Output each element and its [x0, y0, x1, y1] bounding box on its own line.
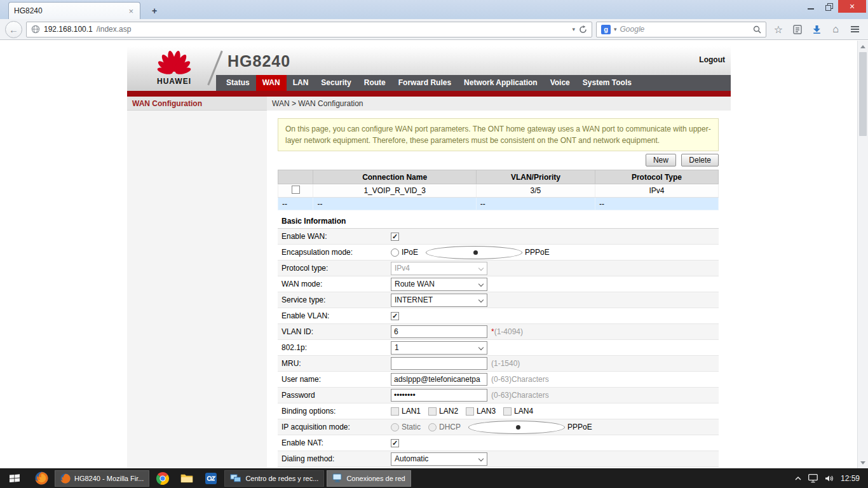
sidebar: WAN Configuration: [127, 97, 267, 468]
scroll-down-button[interactable]: [858, 458, 868, 468]
form-row-username: User name: (0-63)Characters: [278, 372, 719, 388]
close-button[interactable]: ×: [838, 0, 866, 13]
chrome-pinned-icon[interactable]: [151, 468, 175, 488]
start-button[interactable]: [0, 468, 29, 488]
browser-tab[interactable]: HG8240 ×: [8, 2, 140, 19]
protocol-type-value: IPv4: [395, 264, 410, 273]
taskbar-task-firefox[interactable]: HG8240 - Mozilla Fir...: [55, 470, 149, 487]
row-select-checkbox[interactable]: [292, 186, 300, 194]
sidebar-item-wan-configuration[interactable]: WAN Configuration: [127, 97, 267, 111]
header-protocol-type: Protocol Type: [595, 170, 718, 184]
dhcp-label: DHCP: [439, 423, 461, 431]
search-engine-dropdown-icon[interactable]: ▾: [614, 26, 617, 32]
mru-input[interactable]: [391, 357, 487, 370]
tab-route[interactable]: Route: [358, 75, 392, 91]
wan-form: Enable WAN: ✓ Encapsulation mode: IPoE: [278, 229, 719, 467]
tab-voice[interactable]: Voice: [544, 75, 576, 91]
service-type-select[interactable]: INTERNET: [391, 294, 487, 307]
firefox-pinned-icon[interactable]: [29, 468, 53, 488]
mru-hint: (1-1540): [491, 359, 520, 368]
globe-icon: [31, 25, 40, 34]
username-input[interactable]: [391, 373, 487, 386]
field-label: Encapsulation mode:: [278, 248, 391, 257]
taskbar-clock[interactable]: 12:59: [841, 474, 860, 483]
url-bar[interactable]: 192.168.100.1/index.asp ▾: [26, 22, 592, 37]
ip-pppoe-radio[interactable]: [468, 421, 565, 434]
home-icon[interactable]: ⌂: [827, 21, 844, 37]
new-tab-button[interactable]: +: [146, 6, 163, 17]
tab-system-tools[interactable]: System Tools: [576, 75, 638, 91]
scroll-up-button[interactable]: [858, 41, 868, 51]
restore-button[interactable]: [820, 0, 838, 13]
password-hint: (0-63)Characters: [491, 391, 549, 400]
bookmark-star-icon[interactable]: ☆: [770, 21, 787, 37]
enable-nat-checkbox[interactable]: ✓: [391, 439, 399, 447]
browser-viewport: Status WAN LAN Security Route Forward Ru…: [0, 41, 868, 468]
vlan-id-input[interactable]: [391, 325, 487, 338]
main-panel: WAN > WAN Configuration On this page, yo…: [267, 97, 731, 468]
pinned-app-icon[interactable]: [199, 468, 223, 488]
table-row-selected[interactable]: -- -- -- --: [278, 198, 719, 210]
chevron-down-icon: [478, 456, 484, 461]
form-row-encapsulation: Encapsulation mode: IPoE PPPoE: [278, 245, 719, 261]
taskbar: HG8240 - Mozilla Fir...: [0, 468, 868, 488]
tab-close-icon[interactable]: ×: [127, 7, 135, 15]
delete-button[interactable]: Delete: [681, 154, 719, 166]
logout-link[interactable]: Logout: [699, 55, 725, 64]
search-engine-icon[interactable]: g: [601, 25, 611, 34]
tray-volume-icon[interactable]: [825, 475, 834, 482]
enable-wan-checkbox[interactable]: ✓: [391, 233, 399, 241]
task-label: Conexiones de red: [346, 475, 405, 482]
wan-mode-select[interactable]: Route WAN: [391, 278, 487, 291]
ipoe-radio[interactable]: [391, 248, 399, 257]
form-row-enable-wan: Enable WAN: ✓: [278, 229, 719, 245]
tray-network-icon[interactable]: [808, 474, 818, 483]
tab-network-application[interactable]: Network Application: [458, 75, 544, 91]
cell-protocol-type: --: [595, 198, 718, 210]
tab-wan[interactable]: WAN: [256, 75, 287, 91]
section-title: Basic Information: [278, 214, 719, 229]
tab-security[interactable]: Security: [315, 75, 357, 91]
tab-forward-rules[interactable]: Forward Rules: [392, 75, 458, 91]
8021p-select[interactable]: 1: [391, 341, 487, 355]
file-explorer-pinned-icon[interactable]: [175, 468, 199, 488]
firefox-icon: [60, 473, 71, 484]
header-vlan-priority: VLAN/Priority: [476, 170, 595, 184]
enable-vlan-checkbox[interactable]: ✓: [391, 312, 399, 320]
taskbar-task-network-connections[interactable]: Conexiones de red: [327, 470, 410, 487]
password-input[interactable]: [391, 389, 487, 402]
8021p-value: 1: [395, 343, 399, 352]
field-label: Dialing method:: [278, 454, 391, 463]
new-button[interactable]: New: [646, 154, 676, 166]
username-hint: (0-63)Characters: [491, 375, 549, 384]
check-mark: ✓: [392, 440, 398, 447]
tab-lan[interactable]: LAN: [287, 75, 315, 91]
tray-chevron-up-icon[interactable]: [795, 476, 801, 481]
taskbar-task-network-center[interactable]: Centro de redes y rec...: [224, 470, 324, 487]
window-controls: ×: [801, 0, 866, 13]
back-button[interactable]: ←: [5, 21, 22, 38]
reload-icon[interactable]: [579, 25, 587, 34]
scrollbar[interactable]: [857, 41, 868, 468]
tab-status[interactable]: Status: [220, 75, 256, 91]
menu-icon[interactable]: [846, 21, 863, 37]
chevron-down-icon: [478, 297, 484, 302]
lan1-checkbox: [391, 407, 399, 416]
search-input[interactable]: g ▾ Google: [596, 22, 766, 37]
lan4-checkbox: [503, 407, 512, 416]
minimize-button[interactable]: [801, 0, 820, 13]
static-radio: [391, 423, 399, 431]
chevron-down-icon: [478, 344, 484, 349]
static-label: Static: [402, 423, 421, 431]
bookmarks-menu-icon[interactable]: [789, 21, 806, 37]
connections-table: Connection Name VLAN/Priority Protocol T…: [278, 170, 719, 210]
dialing-method-select[interactable]: Automatic: [391, 452, 487, 466]
url-dropdown-icon[interactable]: ▾: [572, 26, 575, 32]
form-row-8021p: 802.1p: 1: [278, 340, 719, 356]
scrollbar-thumb[interactable]: [859, 52, 867, 136]
service-type-value: INTERNET: [395, 295, 433, 304]
system-tray: 12:59: [795, 474, 868, 483]
pppoe-radio[interactable]: [426, 246, 522, 259]
downloads-icon[interactable]: [808, 21, 825, 37]
search-icon[interactable]: [753, 25, 761, 34]
